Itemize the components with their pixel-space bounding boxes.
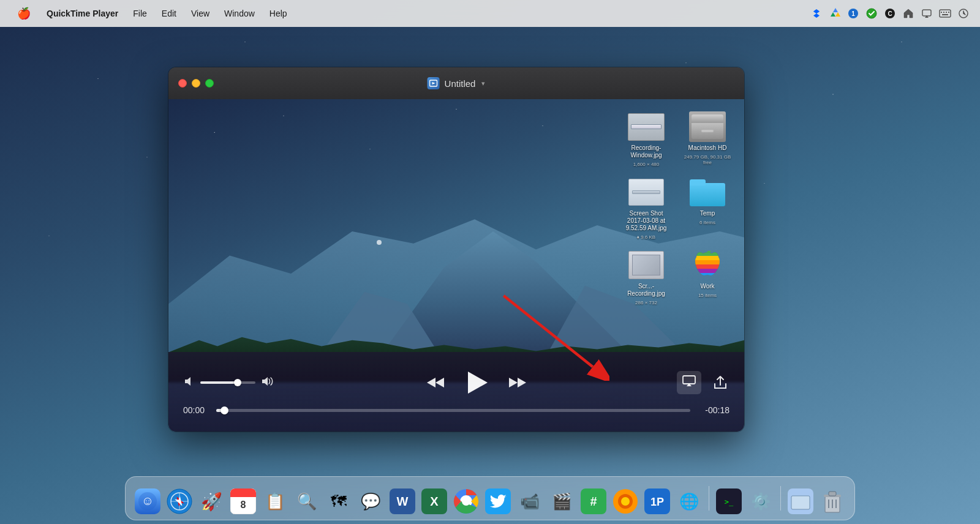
recording-jpg-icon[interactable]: Scr...-Recording.jpg 286 × 732 [622, 250, 671, 305]
airplay-menubar-icon[interactable] [920, 7, 933, 20]
fast-forward-button[interactable] [505, 373, 530, 392]
transport-controls [423, 369, 530, 397]
svg-text:#: # [590, 495, 597, 508]
window-title-area: Untitled ▾ [428, 77, 486, 89]
svg-rect-7 [941, 12, 942, 13]
keyboard-icon[interactable] [938, 7, 952, 20]
dock-safari[interactable] [165, 487, 194, 516]
dock-word[interactable]: W [388, 487, 417, 516]
dock-1password[interactable]: 1P [643, 487, 672, 516]
home-icon[interactable] [902, 7, 915, 20]
temp-folder-icon[interactable]: Temp 6 items [683, 177, 732, 240]
dock-trash[interactable] [818, 487, 847, 516]
dock-separator [709, 486, 709, 511]
progress-bar[interactable] [216, 409, 690, 412]
title-chevron[interactable]: ▾ [481, 80, 485, 88]
screenshot-size: ♦ 9.6 KB [637, 234, 655, 240]
timemachine-icon[interactable] [957, 7, 970, 20]
video-frame: Recording-Window.jpg 1,600 × 480 [168, 99, 744, 432]
help-menu[interactable]: Help [263, 6, 293, 21]
work-icon[interactable]: Work 15 items [683, 250, 732, 305]
window-menu[interactable]: Window [218, 6, 261, 21]
dock-iterm[interactable]: >_ [714, 487, 744, 516]
rewind-button[interactable] [423, 373, 448, 392]
dock-messages[interactable]: 💬 [356, 487, 385, 516]
icon-row-3: Scr...-Recording.jpg 286 × 732 [622, 250, 732, 305]
svg-rect-11 [942, 14, 948, 15]
dock-facetime[interactable]: 📹 [515, 487, 545, 516]
desktop-icons: Recording-Window.jpg 1,600 × 480 [622, 111, 732, 305]
temp-folder-img [688, 177, 728, 208]
checkmark-icon[interactable] [865, 7, 878, 20]
dock-twitter[interactable] [483, 487, 513, 516]
play-icon [468, 372, 488, 394]
file-menu[interactable]: File [127, 6, 153, 21]
volume-high-icon [260, 375, 276, 391]
screenshot-img [627, 177, 666, 208]
edit-menu[interactable]: Edit [156, 6, 183, 21]
dock-numbers[interactable]: # [579, 487, 608, 516]
dock-finder2[interactable] [786, 487, 815, 516]
dock-googlechrome2[interactable]: 🌐 [674, 487, 704, 516]
clarity-icon[interactable]: C [883, 7, 897, 20]
volume-slider[interactable] [200, 381, 255, 384]
current-time: 00:00 [183, 405, 209, 415]
svg-rect-9 [946, 12, 947, 13]
minimize-button[interactable] [192, 79, 200, 88]
dock-finder[interactable]: ☺ [133, 487, 162, 516]
screenshot-icon[interactable]: Screen Shot 2017-03-08 at 9.52.59 AM.jpg… [622, 177, 671, 240]
screenshot-label: Screen Shot 2017-03-08 at 9.52.59 AM.jpg [622, 210, 671, 232]
airplay-button[interactable] [677, 371, 701, 394]
dock-launchpad[interactable]: 🚀 [197, 487, 226, 516]
apple-menu[interactable]: 🍎 [10, 4, 38, 23]
dock-spotlight[interactable]: 🔍 [292, 487, 322, 516]
cursor [377, 240, 382, 245]
share-button[interactable] [711, 373, 729, 392]
video-content[interactable]: Recording-Window.jpg 1,600 × 480 [168, 99, 744, 432]
svg-rect-58 [791, 496, 810, 509]
recording-window-icon[interactable]: Recording-Window.jpg 1,600 × 480 [622, 111, 671, 167]
svg-text:8: 8 [241, 500, 246, 510]
menubar-right: 1 C [810, 7, 970, 20]
svg-rect-38 [230, 493, 256, 497]
dock-chrome[interactable] [451, 487, 481, 516]
1password-icon[interactable]: 1 [846, 7, 860, 20]
recording-jpg-img [627, 250, 666, 280]
googledrive-icon[interactable] [828, 7, 842, 20]
dock-maps[interactable]: 🗺 [324, 487, 353, 516]
hd-shape [689, 111, 726, 142]
work-label: Work [700, 283, 714, 290]
svg-rect-18 [695, 269, 720, 273]
svg-marker-23 [435, 378, 444, 387]
play-button[interactable] [462, 369, 491, 397]
volume-low-icon [183, 375, 195, 391]
view-menu[interactable]: View [185, 6, 216, 21]
app-name-menu[interactable]: QuickTime Player [40, 6, 124, 21]
macintosh-hd-size: 249.79 GB, 90.31 GB free [683, 154, 732, 165]
dock-preferences[interactable]: ⚙️ [746, 487, 775, 516]
dock-calendar[interactable]: 8 [228, 487, 258, 516]
svg-marker-25 [518, 378, 526, 387]
macintosh-hd-label: Macintosh HD [688, 144, 727, 152]
macintosh-hd-icon[interactable]: Macintosh HD 249.79 GB, 90.31 GB free [683, 111, 732, 167]
svg-text:1P: 1P [650, 496, 664, 508]
svg-text:C: C [888, 10, 892, 17]
dock-separator-2 [780, 486, 781, 511]
svg-text:>_: >_ [725, 498, 734, 506]
dock-firefox[interactable] [611, 487, 640, 516]
svg-rect-61 [829, 492, 836, 496]
dropbox-icon[interactable] [810, 7, 823, 20]
close-button[interactable] [178, 79, 187, 88]
player-controls: 00:00 -00:18 [168, 352, 744, 432]
dock-excel[interactable]: X [420, 487, 449, 516]
recording-window-img [627, 111, 666, 142]
recording-jpg-label: Scr...-Recording.jpg [622, 283, 671, 298]
remaining-time: -00:18 [698, 405, 729, 415]
dock-vlc[interactable]: 🎬 [547, 487, 576, 516]
maximize-button[interactable] [205, 79, 214, 88]
icon-row-1: Recording-Window.jpg 1,600 × 480 [622, 111, 732, 167]
volume-fill [200, 381, 238, 384]
dock-notes[interactable]: 📋 [260, 487, 290, 516]
macintosh-hd-img [688, 111, 728, 142]
progress-fill [216, 409, 225, 412]
